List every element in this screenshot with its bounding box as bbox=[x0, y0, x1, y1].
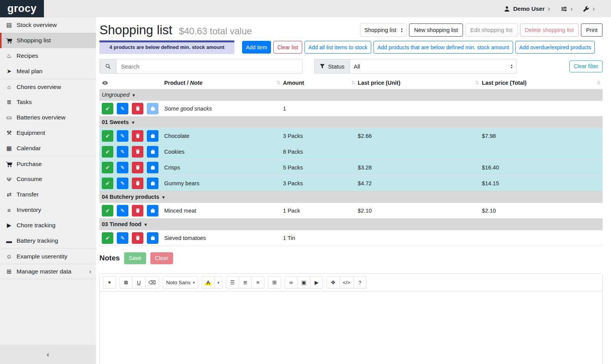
sidebar-item-calendar[interactable]: ▦ Calendar bbox=[0, 141, 96, 156]
edit-shopping-list-button[interactable]: Edit shopping list bbox=[465, 23, 518, 37]
sidebar-item-inventory[interactable]: ≡ Inventory bbox=[0, 202, 96, 218]
sidebar-item-purchase[interactable]: Purchase bbox=[0, 156, 96, 171]
unordered-list-button[interactable]: ☰ bbox=[226, 277, 239, 289]
row-delete-button[interactable] bbox=[132, 162, 143, 173]
row-delete-button[interactable] bbox=[132, 178, 143, 189]
row-add-to-stock-button[interactable] bbox=[147, 103, 158, 114]
sidebar-item-equipment[interactable]: ⚒ Equipment bbox=[0, 125, 96, 141]
help-button[interactable]: ? bbox=[353, 277, 367, 289]
sidebar-item-consume[interactable]: Ψ Consume bbox=[0, 171, 96, 187]
column-header-product[interactable]: Product / Note⇅ bbox=[163, 78, 282, 89]
sidebar-item-recipes[interactable]: ♨ Recipes bbox=[0, 48, 96, 64]
insert-picture-button[interactable]: ▣ bbox=[297, 277, 310, 289]
notes-clear-button[interactable]: Clear bbox=[150, 252, 173, 264]
insert-video-button[interactable]: ▶ bbox=[310, 277, 323, 289]
row-edit-button[interactable]: ✎ bbox=[117, 205, 128, 216]
row-delete-button[interactable] bbox=[132, 103, 143, 114]
row-add-to-stock-button[interactable] bbox=[147, 205, 158, 216]
new-shopping-list-button[interactable]: New shopping list bbox=[409, 23, 463, 37]
quick-settings-menu[interactable]: › bbox=[561, 5, 573, 13]
row-edit-button[interactable]: ✎ bbox=[117, 162, 128, 173]
row-delete-button[interactable] bbox=[132, 205, 143, 216]
add-overdue-button[interactable]: Add overdue/expired products bbox=[515, 41, 595, 54]
row-done-button[interactable]: ✔ bbox=[102, 205, 113, 216]
last-price-total-cell: $7.98 bbox=[481, 128, 603, 144]
delete-shopping-list-button[interactable]: Delete shopping list bbox=[520, 23, 579, 37]
insert-link-button[interactable]: ∞ bbox=[284, 277, 298, 289]
row-delete-button[interactable] bbox=[132, 232, 143, 244]
column-header-amount[interactable]: Amount⇅ bbox=[282, 78, 357, 89]
add-all-to-stock-button[interactable]: Add all list items to stock bbox=[305, 41, 371, 54]
row-edit-button[interactable]: ✎ bbox=[117, 130, 128, 142]
sidebar-item-meal-plan[interactable]: ➤ Meal plan bbox=[0, 64, 96, 79]
app-logo[interactable]: grocy bbox=[0, 0, 44, 17]
sidebar-item-stock-overview[interactable]: ▤ Stock overview bbox=[0, 17, 96, 33]
sidebar-item-manage-master-data[interactable]: ⊞ Manage master data › bbox=[0, 264, 96, 279]
font-family-button[interactable]: Noto Sans ▾ bbox=[163, 277, 198, 289]
add-below-min-stock-button[interactable]: Add products that are below defined min.… bbox=[374, 41, 513, 54]
add-item-button[interactable]: Add item bbox=[242, 41, 271, 54]
group-header-row[interactable]: Ungrouped▾ bbox=[99, 89, 603, 101]
ordered-list-button[interactable]: ≣ bbox=[239, 277, 252, 289]
group-header-row[interactable]: 03 Tinned food▾ bbox=[99, 218, 603, 230]
row-done-button[interactable]: ✔ bbox=[102, 232, 113, 244]
last-price-unit-cell bbox=[357, 101, 481, 116]
row-add-to-stock-button[interactable] bbox=[147, 130, 158, 142]
code-view-button[interactable]: </> bbox=[339, 277, 354, 289]
insert-table-button[interactable]: ⊞ bbox=[268, 277, 281, 289]
row-edit-button[interactable]: ✎ bbox=[117, 178, 128, 189]
column-header-last-price-unit[interactable]: Last price (Unit)⇅ bbox=[357, 78, 481, 89]
fullscreen-button[interactable]: ✥ bbox=[327, 277, 340, 289]
row-done-button[interactable]: ✔ bbox=[102, 130, 113, 142]
bold-button[interactable]: B bbox=[120, 277, 133, 289]
search-input[interactable] bbox=[116, 59, 303, 74]
status-select[interactable]: All ▴▾ bbox=[350, 59, 517, 74]
sidebar-item-battery-tracking[interactable]: ▬ Battery tracking bbox=[0, 233, 96, 248]
notes-title: Notes bbox=[99, 254, 120, 262]
column-header-last-price-total[interactable]: Last price (Total)⇅ bbox=[481, 78, 603, 89]
clear-formatting-button[interactable]: ⌫ bbox=[145, 277, 159, 289]
last-price-unit-cell bbox=[357, 144, 481, 159]
row-delete-button[interactable] bbox=[132, 130, 143, 142]
sidebar-item-transfer[interactable]: ⇄ Transfer bbox=[0, 187, 96, 202]
font-color-dropdown-button[interactable]: ▾ bbox=[214, 277, 222, 289]
notes-editor-content[interactable] bbox=[100, 292, 602, 364]
admin-menu[interactable]: › bbox=[583, 5, 595, 13]
sidebar-item-batteries-overview[interactable]: ▭ Batteries overview bbox=[0, 110, 96, 125]
row-done-button[interactable]: ✔ bbox=[102, 162, 113, 173]
sidebar-item-tasks[interactable]: ≣ Tasks bbox=[0, 94, 96, 110]
clear-filter-button[interactable]: Clear filter bbox=[569, 60, 603, 72]
sidebar-item-chore-tracking[interactable]: ▶ Chore tracking bbox=[0, 218, 96, 233]
notes-save-button[interactable]: Save bbox=[124, 252, 146, 264]
sidebar-item-example-userentity[interactable]: ☺ Example userentity bbox=[0, 248, 96, 264]
row-add-to-stock-button[interactable] bbox=[147, 232, 158, 244]
page-title: Shopping list $40.63 total value bbox=[99, 23, 252, 37]
sidebar-item-label: Chore tracking bbox=[17, 222, 56, 229]
font-color-button[interactable]: A bbox=[202, 277, 215, 289]
sidebar-item-chores-overview[interactable]: ⌂ Chores overview bbox=[0, 79, 96, 94]
top-bar: grocy Demo User › › › bbox=[0, 0, 611, 17]
row-done-button[interactable]: ✔ bbox=[102, 146, 113, 158]
underline-button[interactable]: U bbox=[132, 277, 145, 289]
sidebar-item-shopping-list[interactable]: Shopping list bbox=[0, 33, 96, 48]
magic-style-button[interactable]: ✶ bbox=[103, 277, 116, 289]
clear-list-button[interactable]: Clear list bbox=[273, 41, 302, 54]
group-header-row[interactable]: 04 Butchery products▾ bbox=[99, 191, 603, 203]
row-add-to-stock-button[interactable] bbox=[147, 162, 158, 173]
row-add-to-stock-button[interactable] bbox=[147, 178, 158, 189]
print-button[interactable]: Print bbox=[581, 23, 603, 37]
row-edit-button[interactable]: ✎ bbox=[117, 146, 128, 158]
row-delete-button[interactable] bbox=[132, 146, 143, 158]
paragraph-align-button[interactable]: ≡ bbox=[251, 277, 264, 289]
row-edit-button[interactable]: ✎ bbox=[117, 232, 128, 244]
check-icon: ✔ bbox=[105, 106, 110, 112]
group-header-row[interactable]: 01 Sweets▾ bbox=[99, 116, 603, 128]
row-edit-button[interactable]: ✎ bbox=[117, 103, 128, 114]
row-add-to-stock-button[interactable] bbox=[147, 146, 158, 158]
shopping-list-select[interactable]: Shopping list ▴▾ bbox=[360, 23, 407, 37]
sidebar-collapse-button[interactable]: ‹ bbox=[0, 345, 96, 364]
user-menu[interactable]: Demo User › bbox=[504, 5, 550, 13]
row-done-button[interactable]: ✔ bbox=[102, 178, 113, 189]
row-done-button[interactable]: ✔ bbox=[102, 103, 113, 114]
toggle-done-visibility-button[interactable] bbox=[99, 78, 163, 89]
